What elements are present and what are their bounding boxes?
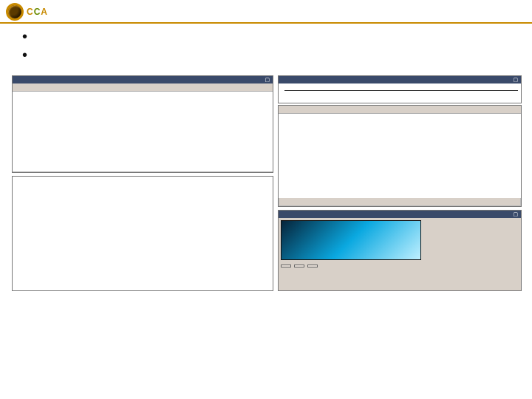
bullet-item: [22, 28, 510, 45]
logo: CCA: [6, 3, 48, 21]
logo-ring-icon: [6, 3, 24, 21]
window-percent-list: [278, 105, 522, 207]
divider: [0, 22, 532, 24]
titlebar: ▢: [13, 76, 273, 83]
menubar: [13, 83, 273, 92]
window-axis: ▢: [278, 75, 522, 103]
swatch-column: [424, 220, 510, 260]
close-button[interactable]: [281, 265, 291, 267]
titlebar: ▢: [279, 76, 521, 83]
window-color-editor: ▢: [278, 210, 522, 291]
menubar: [279, 106, 521, 114]
default-button[interactable]: [307, 265, 318, 267]
axis-ruler: [284, 90, 518, 96]
window-stacked-bars: ▢: [12, 75, 273, 173]
titlebar: ▢: [279, 211, 521, 218]
gradient-preview[interactable]: [281, 220, 421, 260]
bullet-list: [22, 28, 510, 64]
window-text-table: [12, 176, 273, 291]
bullet-item: [22, 47, 510, 64]
apply-button[interactable]: [294, 265, 304, 267]
logo-acronym: CCA: [27, 7, 48, 16]
slide-header: CCA: [0, 0, 532, 21]
